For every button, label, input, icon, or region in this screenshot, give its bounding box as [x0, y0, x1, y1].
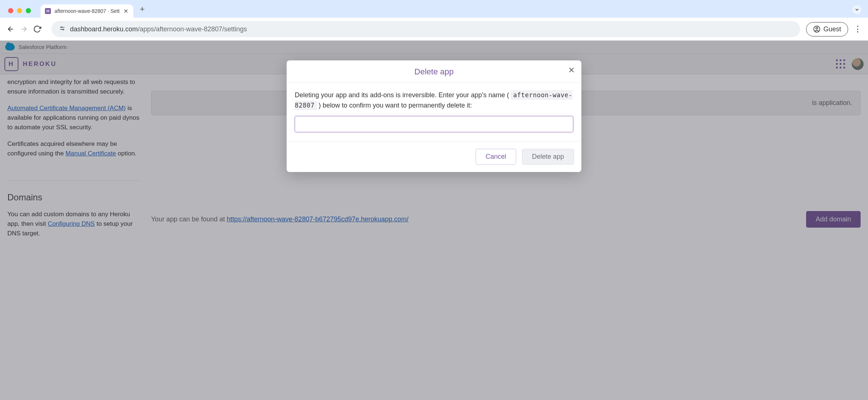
profile-chip[interactable]: Guest: [806, 22, 848, 36]
address-bar[interactable]: dashboard.heroku.com/apps/afternoon-wave…: [52, 21, 800, 37]
reload-icon: [33, 25, 41, 33]
tab-close-button[interactable]: ✕: [123, 8, 128, 15]
browser-toolbar: dashboard.heroku.com/apps/afternoon-wave…: [0, 18, 868, 41]
cancel-button[interactable]: Cancel: [476, 149, 516, 165]
url-path: /apps/afternoon-wave-82807/settings: [138, 25, 247, 33]
arrow-left-icon: [7, 25, 15, 33]
page-viewport: Salesforce Platform H HEROKU encryption …: [0, 41, 868, 400]
svg-point-4: [61, 27, 62, 28]
modal-close-button[interactable]: ✕: [568, 66, 575, 75]
tab-title: afternoon-wave-82807 · Sett: [55, 8, 120, 14]
modal-body-pre: Deleting your app and its add-ons is irr…: [295, 91, 511, 99]
modal-title: Delete app: [414, 67, 454, 76]
window-controls: [4, 8, 34, 18]
browser-menu-button[interactable]: ⋮: [853, 24, 863, 34]
tab-favicon-icon: H: [45, 8, 51, 14]
site-info-icon[interactable]: [59, 25, 66, 33]
tabs-dropdown-button[interactable]: [853, 5, 861, 14]
window-close-button[interactable]: [8, 8, 13, 13]
delete-app-modal: Delete app ✕ Deleting your app and its a…: [287, 60, 581, 172]
browser-tab-strip: H afternoon-wave-82807 · Sett ✕ +: [0, 0, 868, 18]
url-host: dashboard.heroku.com: [70, 25, 138, 33]
nav-forward-button: [18, 24, 29, 35]
close-icon: ✕: [568, 66, 575, 75]
nav-reload-button[interactable]: [32, 24, 43, 35]
browser-chrome: H afternoon-wave-82807 · Sett ✕ + dashbo…: [0, 0, 868, 41]
browser-tab[interactable]: H afternoon-wave-82807 · Sett ✕: [41, 4, 133, 18]
svg-point-5: [63, 29, 64, 30]
modal-overlay[interactable]: Delete app ✕ Deleting your app and its a…: [0, 41, 868, 400]
svg-point-7: [816, 27, 818, 29]
modal-body: Deleting your app and its add-ons is irr…: [287, 83, 581, 141]
kebab-icon: ⋮: [854, 25, 862, 33]
modal-body-post: ) below to confirm you want to permanent…: [317, 102, 472, 109]
modal-header: Delete app ✕: [287, 60, 581, 83]
user-circle-icon: [813, 25, 820, 33]
modal-warning-text: Deleting your app and its add-ons is irr…: [295, 90, 573, 111]
delete-app-confirm-button[interactable]: Delete app: [522, 149, 574, 165]
confirm-app-name-input[interactable]: [295, 116, 573, 132]
arrow-right-icon: [20, 25, 28, 33]
profile-label: Guest: [823, 25, 841, 33]
chevron-down-icon: [854, 7, 860, 12]
modal-footer: Cancel Delete app: [287, 141, 581, 172]
nav-back-button[interactable]: [5, 24, 16, 35]
window-minimize-button[interactable]: [17, 8, 22, 13]
new-tab-button[interactable]: +: [133, 4, 148, 18]
window-maximize-button[interactable]: [26, 8, 31, 13]
tune-icon: [59, 25, 66, 32]
url-text: dashboard.heroku.com/apps/afternoon-wave…: [70, 25, 247, 33]
